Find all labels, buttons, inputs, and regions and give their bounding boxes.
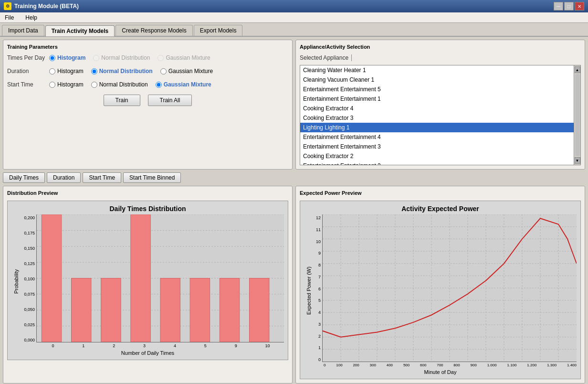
- line-chart-svg: [323, 214, 577, 362]
- scroll-up-button[interactable]: ▲: [575, 66, 580, 73]
- duration-options: Histogram Normal Distribution Gaussian M…: [49, 68, 288, 75]
- title-bar: ⚙ Training Module (BETA) ─ □ ✕: [0, 0, 588, 12]
- appliance-item[interactable]: Cooking Extractor 3: [300, 113, 574, 123]
- menu-file[interactable]: File: [2, 13, 17, 22]
- main-content: Training Parameters Times Per Day Histog…: [0, 37, 588, 384]
- starttime-histogram-option[interactable]: Histogram: [49, 81, 84, 88]
- start-time-button[interactable]: Start Time: [83, 172, 121, 183]
- appliance-item[interactable]: Cleaning Vacuum Cleaner 1: [300, 75, 574, 85]
- train-all-button[interactable]: Train All: [148, 95, 192, 106]
- train-button[interactable]: Train: [104, 95, 140, 106]
- window-controls: ─ □ ✕: [554, 2, 584, 11]
- maximize-button[interactable]: □: [564, 2, 574, 11]
- appliance-item[interactable]: Cooking Extractor 2: [300, 151, 574, 161]
- appliance-item[interactable]: Entertainment Entertainment 5: [300, 85, 574, 94]
- train-buttons-row: Train Train All: [7, 95, 288, 106]
- distribution-preview-panel: Distribution Preview Daily Times Distrib…: [3, 186, 293, 384]
- bar-chart-title: Daily Times Distribution: [11, 205, 284, 213]
- duration-label: Duration: [7, 68, 45, 75]
- start-time-binned-button[interactable]: Start Time Binned: [123, 172, 181, 183]
- line-chart-container: Activity Expected Power Expected Power (…: [300, 201, 581, 379]
- title-bar-left: ⚙ Training Module (BETA): [4, 2, 79, 10]
- y-axis-ticks: 0,200 0,175 0,150 0,125 0,100 0,075 0,05…: [19, 214, 36, 342]
- daily-times-button[interactable]: Daily Times: [3, 172, 45, 183]
- appliance-item-selected[interactable]: Lighting Lighting 1: [300, 123, 574, 132]
- tab-train-activity-models[interactable]: Train Activity Models: [45, 25, 115, 36]
- svg-rect-8: [42, 214, 61, 342]
- line-chart-y-label: Expected Power (W): [304, 214, 312, 367]
- times-per-day-options: Histogram Normal Distribution Gaussian M…: [49, 54, 288, 61]
- line-chart-area: 12 11 10 9 8 7 6 5 4 3 2: [312, 214, 577, 362]
- svg-rect-9: [72, 278, 91, 342]
- svg-rect-15: [249, 278, 269, 342]
- line-chart-x-label: Minute of Day: [304, 369, 577, 375]
- bar-chart-y-label: Probability: [11, 214, 19, 348]
- bar-chart-x-label: Number of Daily Times: [11, 350, 284, 356]
- scroll-thumb[interactable]: [575, 74, 580, 156]
- appliance-item[interactable]: Cleaning Water Heater 1: [300, 65, 574, 75]
- bar-chart-grid: [36, 214, 284, 342]
- bar-chart-gridlines: [37, 214, 284, 342]
- appliance-item[interactable]: Cooking Extractor 4: [300, 104, 574, 113]
- svg-rect-10: [101, 278, 121, 342]
- scroll-down-button[interactable]: ▼: [575, 157, 580, 164]
- bar-chart-container: Daily Times Distribution Probability 0,2…: [7, 201, 288, 360]
- appliance-panel-title: Appliance/Activity Selection: [300, 44, 581, 50]
- start-time-options: Histogram Normal Distribution Gaussian M…: [49, 81, 288, 88]
- start-time-label: Start Time: [7, 81, 45, 88]
- top-row: Training Parameters Times Per Day Histog…: [3, 40, 585, 170]
- distribution-preview-title: Distribution Preview: [7, 190, 288, 196]
- training-params-panel: Training Parameters Times Per Day Histog…: [3, 40, 293, 170]
- svg-rect-13: [190, 278, 210, 342]
- close-button[interactable]: ✕: [575, 2, 584, 11]
- tab-create-response-models[interactable]: Create Response Models: [116, 25, 192, 36]
- bar-chart-wrap: Probability 0,200 0,175 0,150 0,125 0,10…: [11, 214, 284, 348]
- appliance-item[interactable]: Entertainment Entertainment 4: [300, 132, 574, 142]
- appliance-list[interactable]: Cleaning Water Heater 1 Cleaning Vacuum …: [300, 65, 574, 165]
- menu-bar: File Help: [0, 12, 588, 23]
- appliance-item[interactable]: Entertainment Entertainment 3: [300, 142, 574, 151]
- bottom-row: Distribution Preview Daily Times Distrib…: [3, 186, 585, 384]
- svg-rect-12: [160, 278, 180, 342]
- bar-chart-area: 0,200 0,175 0,150 0,125 0,100 0,075 0,05…: [19, 214, 284, 342]
- duration-normal-option[interactable]: Normal Distribution: [91, 68, 153, 75]
- duration-button[interactable]: Duration: [47, 172, 81, 183]
- duration-histogram-option[interactable]: Histogram: [49, 68, 84, 75]
- appliance-panel: Appliance/Activity Selection Selected Ap…: [295, 40, 585, 170]
- svg-rect-11: [131, 214, 150, 342]
- duration-gaussian-option[interactable]: Gaussian Mixture: [160, 68, 213, 75]
- line-chart-wrap: Expected Power (W) 12 11 10 9 8 7: [304, 214, 577, 367]
- tab-export-models[interactable]: Export Models: [194, 25, 243, 36]
- times-gaussian-option[interactable]: Gaussian Mixture: [158, 54, 210, 61]
- menu-help[interactable]: Help: [22, 13, 40, 22]
- power-preview-title: Expected Power Preview: [300, 190, 581, 196]
- window-title: Training Module (BETA): [14, 3, 79, 10]
- line-chart-grid: [322, 214, 577, 362]
- start-time-row: Start Time Histogram Normal Distribution…: [7, 81, 288, 88]
- training-params-title: Training Parameters: [7, 44, 288, 50]
- line-y-axis-ticks: 12 11 10 9 8 7 6 5 4 3 2: [312, 214, 322, 362]
- times-per-day-row: Times Per Day Histogram Normal Distribut…: [7, 54, 288, 61]
- power-preview-panel: Expected Power Preview Activity Expected…: [295, 186, 585, 384]
- duration-row: Duration Histogram Normal Distribution G…: [7, 68, 288, 75]
- appliance-item[interactable]: Entertainment Entertainment 1: [300, 94, 574, 104]
- times-per-day-label: Times Per Day: [7, 54, 45, 61]
- starttime-normal-option[interactable]: Normal Distribution: [91, 81, 148, 88]
- line-x-axis-ticks: 0 100 200 300 400 500 600 700 800 900 1.…: [312, 363, 577, 367]
- scrollbar[interactable]: ▲ ▼: [574, 65, 580, 165]
- tab-import-data[interactable]: Import Data: [2, 25, 44, 36]
- minimize-button[interactable]: ─: [554, 2, 563, 11]
- distribution-buttons-row: Daily Times Duration Start Time Start Ti…: [3, 172, 585, 183]
- tab-bar: Import Data Train Activity Models Create…: [0, 23, 588, 37]
- svg-rect-14: [220, 278, 239, 342]
- app-icon: ⚙: [4, 2, 11, 10]
- times-normal-option[interactable]: Normal Distribution: [93, 54, 150, 61]
- x-axis-ticks: 0 1 2 3 4 5 9 10: [19, 343, 284, 348]
- line-chart-title: Activity Expected Power: [304, 205, 577, 213]
- times-histogram-option[interactable]: Histogram: [49, 54, 85, 61]
- appliance-list-container: Cleaning Water Heater 1 Cleaning Vacuum …: [300, 65, 581, 165]
- selected-appliance-label: Selected Appliance: [300, 54, 348, 61]
- appliance-item[interactable]: Entertainment Entertainment 2: [300, 161, 574, 165]
- selected-appliance-row: Selected Appliance: [300, 54, 581, 61]
- starttime-gaussian-option[interactable]: Gaussian Mixture: [156, 81, 211, 88]
